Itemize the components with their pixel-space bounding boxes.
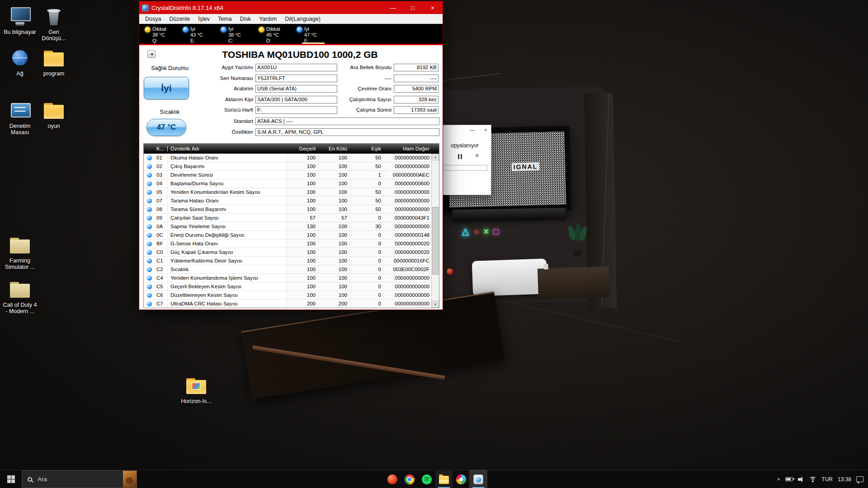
network-icon[interactable] bbox=[809, 477, 816, 482]
control-icon bbox=[10, 99, 30, 122]
titlebar[interactable]: CrystalDiskInfo 8.17.14 x64 — □ × bbox=[139, 1, 443, 14]
scroll-down-icon[interactable]: ▼ bbox=[432, 301, 439, 308]
smart-row[interactable]: 03Devirlenme Süresi1001001000000000AEC bbox=[144, 171, 431, 179]
menu-item-2[interactable]: İşlev bbox=[194, 15, 214, 23]
drive-tab-F[interactable]: İyi47 °CF: bbox=[295, 25, 332, 44]
dialog-close-button[interactable]: × bbox=[484, 127, 487, 133]
info-label: Standart bbox=[193, 117, 253, 125]
battery-icon[interactable] bbox=[785, 477, 793, 481]
smart-col-raw: Ham Değer bbox=[384, 146, 432, 151]
browser-alt-taskbar-button[interactable] bbox=[453, 470, 470, 488]
desktop-icon-4[interactable]: Denetim Masası bbox=[3, 99, 37, 136]
taskbar-search[interactable] bbox=[22, 470, 137, 488]
smart-row[interactable]: 01Okuma Hatası Oranı10010050000000000000 bbox=[144, 154, 431, 162]
smart-row[interactable]: 05Yeniden Konumlandırılan Kesim Sayısı10… bbox=[144, 188, 431, 197]
smart-row[interactable]: 07Tarama Hatası Oranı1001005000000000000… bbox=[144, 197, 431, 205]
smart-threshold: 0 bbox=[350, 291, 384, 299]
smart-row[interactable]: C0Güç Kapalı Çıkarma Sayısı1001000000000… bbox=[144, 248, 431, 257]
explorer-taskbar-button[interactable] bbox=[435, 470, 453, 488]
browser-red-taskbar-button[interactable] bbox=[384, 470, 401, 488]
desktop-icon-5[interactable]: oyun bbox=[37, 99, 71, 129]
drive-tab-D[interactable]: Dikkat45 °CD: bbox=[257, 25, 294, 44]
menu-item-6[interactable]: Dil(Language) bbox=[281, 15, 325, 23]
maximize-button[interactable]: □ bbox=[403, 1, 423, 14]
menu-item-0[interactable]: Dosya bbox=[141, 15, 165, 23]
volume-icon[interactable] bbox=[798, 477, 804, 482]
smart-worst: 100 bbox=[318, 274, 350, 282]
search-input[interactable] bbox=[37, 475, 104, 483]
info-label: Ara Bellek Boyutu bbox=[320, 64, 392, 71]
clock[interactable]: 13:38 bbox=[838, 476, 851, 483]
smart-row[interactable]: C6Düzeltilemeyen Kesim Sayısı10010000000… bbox=[144, 291, 431, 300]
info-label: Sürücü Harfi bbox=[193, 106, 253, 114]
smart-threshold: 50 bbox=[350, 154, 384, 162]
action-center-icon[interactable] bbox=[856, 476, 863, 482]
drive-tab-C[interactable]: İyi38 °CC: bbox=[219, 25, 256, 44]
smart-row[interactable]: C1Yükleme/Kaldırma Devir Sayısı100100000… bbox=[144, 257, 431, 265]
copy-status-text: opyalanıyor bbox=[451, 142, 479, 149]
smart-attribute-name: Güç Kapalı Çıkarma Sayısı bbox=[167, 248, 286, 256]
smart-id: 05 bbox=[155, 188, 167, 196]
drive-tab-Q[interactable]: Dikkat38 °CQ: bbox=[143, 25, 180, 44]
desktop-icon-6[interactable]: Farming Simulator ... bbox=[3, 234, 37, 270]
smart-row[interactable]: C7UltraDMA CRC Hatası Sayısı200200000000… bbox=[144, 300, 431, 308]
smart-row[interactable]: 02Çıkış Başarımı10010050000000000000 bbox=[144, 162, 431, 171]
smart-row[interactable]: BFG-Sense Hata Oranı1001000000000000020 bbox=[144, 239, 431, 248]
disk-model-title: TOSHIBA MQ01UBD100 1000,2 GB bbox=[166, 49, 434, 60]
health-status-button[interactable]: İyi bbox=[144, 77, 189, 99]
scroll-up-icon[interactable]: ▲ bbox=[432, 154, 439, 160]
smart-row[interactable]: C5Geçerli Bekleyen Kesim Sayısı100100000… bbox=[144, 282, 431, 291]
menu-item-5[interactable]: Yardım bbox=[255, 15, 281, 23]
chrome-taskbar-button[interactable] bbox=[401, 470, 418, 488]
table-scrollbar[interactable]: ▲ ▼ bbox=[431, 154, 439, 308]
desktop-icon-2[interactable]: Ağ bbox=[3, 47, 37, 77]
smart-worst: 100 bbox=[318, 239, 350, 248]
desktop-icon-3[interactable]: program bbox=[37, 47, 71, 77]
health-indicator-icon bbox=[147, 258, 152, 263]
smart-current: 100 bbox=[286, 265, 318, 273]
language-indicator[interactable]: TUR bbox=[821, 476, 833, 483]
close-button[interactable]: × bbox=[423, 1, 443, 14]
menu-item-4[interactable]: Disk bbox=[236, 15, 255, 23]
smart-row[interactable]: C2Sıcaklık1001000003E00C0002F bbox=[144, 265, 431, 274]
smart-current: 130 bbox=[286, 222, 318, 230]
smart-row[interactable]: 04Başlama/Durma Sayısı100100000000000060… bbox=[144, 179, 431, 188]
menu-item-3[interactable]: Tema bbox=[214, 15, 236, 23]
desktop-icon-0[interactable]: Bu bilgisayar bbox=[3, 5, 37, 35]
desktop-icon-7[interactable]: Call of Duty 4 - Modern ... bbox=[3, 278, 37, 314]
crystaldiskinfo-taskbar-button[interactable] bbox=[470, 470, 487, 488]
health-indicator-icon bbox=[147, 164, 152, 169]
smart-id: C4 bbox=[155, 274, 167, 282]
start-button[interactable] bbox=[0, 470, 22, 488]
smart-id: 01 bbox=[155, 154, 167, 162]
desktop-icon-1[interactable]: Geri Dönüşü... bbox=[37, 5, 71, 42]
dialog-minimize-button[interactable]: — bbox=[470, 127, 475, 133]
smart-worst: 100 bbox=[318, 162, 350, 170]
smart-row[interactable]: 09Çalışılan Saat Sayısı575700000000043F1 bbox=[144, 214, 431, 222]
cancel-copy-button[interactable]: × bbox=[472, 151, 482, 160]
tray-overflow-icon[interactable]: ∧ bbox=[777, 477, 780, 481]
desktop-icon-8[interactable]: Horizon-Is... bbox=[179, 375, 213, 404]
back-button[interactable]: ◀ bbox=[147, 50, 156, 58]
crystaldiskinfo-app-icon bbox=[142, 5, 149, 11]
smart-row[interactable]: C4Yeniden Konumlandırma İşlemi Sayısı100… bbox=[144, 274, 431, 282]
smart-current: 200 bbox=[286, 300, 318, 308]
smart-row[interactable]: 0CEnerji Durumu Değişikliği Sayısı100100… bbox=[144, 231, 431, 239]
menu-item-1[interactable]: Düzenle bbox=[165, 15, 194, 23]
smart-row[interactable]: 08Tarama Süresi Başarımı1001005000000000… bbox=[144, 205, 431, 214]
folder-pale-icon bbox=[9, 234, 31, 257]
smart-row[interactable]: 0ASapma Yineleme Sayısı13010030000000000… bbox=[144, 222, 431, 231]
spotify-taskbar-button[interactable] bbox=[418, 470, 435, 488]
smart-id: C7 bbox=[155, 300, 167, 308]
desktop-icon-label: Denetim Masası bbox=[3, 123, 37, 136]
scroll-thumb[interactable] bbox=[432, 207, 439, 275]
smart-attribute-name: UltraDMA CRC Hatası Sayısı bbox=[167, 300, 286, 308]
smart-current: 100 bbox=[286, 231, 318, 239]
minimize-button[interactable]: — bbox=[383, 1, 403, 14]
drive-tab-E[interactable]: İyi43 °CE: bbox=[181, 25, 218, 44]
smart-threshold: 0 bbox=[350, 179, 384, 188]
temperature-button[interactable]: 47 °C bbox=[146, 119, 186, 136]
pause-copy-button[interactable] bbox=[454, 152, 465, 160]
folder-pale-icon bbox=[9, 278, 31, 301]
smart-threshold: 0 bbox=[350, 274, 384, 282]
